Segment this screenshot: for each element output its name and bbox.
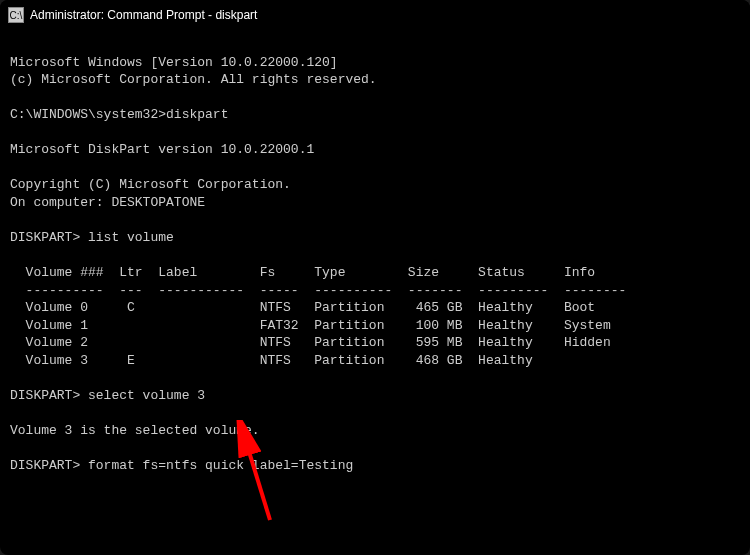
table-row: Volume 0 C NTFS Partition 465 GB Healthy… [10,300,595,315]
terminal-output[interactable]: Microsoft Windows [Version 10.0.22000.12… [0,30,750,498]
cmd-icon: C:\ [8,7,24,23]
titlebar[interactable]: C:\ Administrator: Command Prompt - disk… [0,0,750,30]
line-diskpart-copyright: Copyright (C) Microsoft Corporation. [10,177,291,192]
line-prompt-diskpart: C:\WINDOWS\system32>diskpart [10,107,228,122]
table-header: Volume ### Ltr Label Fs Type Size Status… [10,265,595,280]
command-prompt-window: C:\ Administrator: Command Prompt - disk… [0,0,750,555]
table-divider: ---------- --- ----------- ----- -------… [10,283,626,298]
table-row: Volume 2 NTFS Partition 595 MB Healthy H… [10,335,611,350]
line-win-version: Microsoft Windows [Version 10.0.22000.12… [10,55,338,70]
line-cmd-format: DISKPART> format fs=ntfs quick label=Tes… [10,458,353,473]
line-on-computer: On computer: DESKTOPATONE [10,195,205,210]
line-cmd-list-volume: DISKPART> list volume [10,230,174,245]
line-select-result: Volume 3 is the selected volume. [10,423,260,438]
table-row: Volume 1 FAT32 Partition 100 MB Healthy … [10,318,611,333]
table-row: Volume 3 E NTFS Partition 468 GB Healthy [10,353,533,368]
line-cmd-select-volume: DISKPART> select volume 3 [10,388,205,403]
window-title: Administrator: Command Prompt - diskpart [30,8,257,22]
line-diskpart-version: Microsoft DiskPart version 10.0.22000.1 [10,142,314,157]
line-copyright: (c) Microsoft Corporation. All rights re… [10,72,377,87]
